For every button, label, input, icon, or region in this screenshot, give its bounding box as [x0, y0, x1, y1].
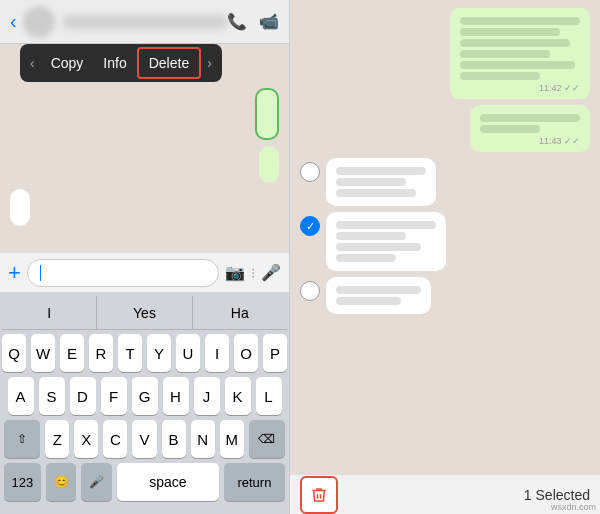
emoji-key[interactable]: 😊 [46, 463, 77, 501]
delete-key[interactable]: ⌫ [249, 420, 285, 458]
key-f[interactable]: F [101, 377, 127, 415]
key-t[interactable]: T [118, 334, 142, 372]
info-button[interactable]: Info [93, 49, 136, 77]
key-m[interactable]: M [220, 420, 244, 458]
keyboard-row-3: ⇧ Z X C V B N M ⌫ [4, 420, 285, 458]
watermark: wsxdn.com [551, 502, 596, 512]
key-i[interactable]: I [205, 334, 229, 372]
context-menu: ‹ Copy Info Delete › [20, 44, 222, 82]
selected-message [255, 88, 279, 140]
key-w[interactable]: W [31, 334, 55, 372]
camera-button[interactable]: 📷 [225, 263, 245, 282]
dot-dot: ⁝ [251, 265, 255, 281]
message-row: 11:43 ✓✓ [300, 105, 590, 152]
avatar [23, 6, 55, 38]
select-circle-checked[interactable] [300, 216, 320, 236]
mic-key[interactable]: 🎤 [81, 463, 112, 501]
key-q[interactable]: Q [2, 334, 26, 372]
selected-count: 1 Selected [524, 487, 590, 503]
message-bubble [259, 146, 279, 183]
delete-button[interactable]: Delete [137, 47, 201, 79]
key-h[interactable]: H [163, 377, 189, 415]
chat-header: ‹ 📞 📹 [0, 0, 289, 44]
keyboard-suggestions: I Yes Ha [2, 296, 287, 330]
chat-messages-right: 11:42 ✓✓ 11:43 ✓✓ [290, 0, 600, 474]
key-e[interactable]: E [60, 334, 84, 372]
select-circle[interactable] [300, 281, 320, 301]
key-o[interactable]: O [234, 334, 258, 372]
right-panel: 11:42 ✓✓ 11:43 ✓✓ [290, 0, 600, 514]
copy-button[interactable]: Copy [41, 49, 94, 77]
input-bar: + 📷 ⁝ 🎤 [0, 252, 289, 292]
keyboard-row-1: Q W E R T Y U I O P [4, 334, 285, 372]
trash-icon [310, 486, 328, 504]
suggestion-ha[interactable]: Ha [193, 296, 287, 329]
key-a[interactable]: A [8, 377, 34, 415]
message-bubble-received-selected [326, 212, 446, 271]
message-row-selected [300, 212, 590, 271]
timestamp: 11:42 ✓✓ [460, 83, 580, 93]
suggestion-i[interactable]: I [2, 296, 97, 329]
attach-button[interactable]: + [8, 260, 21, 286]
context-menu-arrow-right[interactable]: › [201, 55, 218, 71]
space-key[interactable]: space [117, 463, 219, 501]
timestamp: 11:43 ✓✓ [480, 136, 580, 146]
cursor [40, 265, 41, 281]
shift-key[interactable]: ⇧ [4, 420, 40, 458]
contact-name [63, 16, 227, 28]
key-x[interactable]: X [74, 420, 98, 458]
context-menu-arrow-left[interactable]: ‹ [24, 55, 41, 71]
key-v[interactable]: V [132, 420, 156, 458]
keyboard-rows: Q W E R T Y U I O P A S D F G H [2, 330, 287, 510]
call-icon[interactable]: 📞 [227, 12, 247, 31]
key-d[interactable]: D [70, 377, 96, 415]
message-bubble-received [10, 189, 30, 226]
delete-message-button[interactable] [300, 476, 338, 514]
key-u[interactable]: U [176, 334, 200, 372]
key-g[interactable]: G [132, 377, 158, 415]
key-r[interactable]: R [89, 334, 113, 372]
key-z[interactable]: Z [45, 420, 69, 458]
message-input[interactable] [27, 259, 219, 287]
back-button[interactable]: ‹ [10, 10, 17, 33]
keyboard-row-4: 123 😊 🎤 space return [4, 463, 285, 501]
key-y[interactable]: Y [147, 334, 171, 372]
key-s[interactable]: S [39, 377, 65, 415]
mic-button[interactable]: 🎤 [261, 263, 281, 282]
select-circle[interactable] [300, 162, 320, 182]
key-k[interactable]: K [225, 377, 251, 415]
message-bubble-sent: 11:43 ✓✓ [470, 105, 590, 152]
key-p[interactable]: P [263, 334, 287, 372]
video-icon[interactable]: 📹 [259, 12, 279, 31]
message-row-selectable [300, 277, 590, 314]
message-row: 11:42 ✓✓ [300, 8, 590, 99]
key-l[interactable]: L [256, 377, 282, 415]
keyboard: I Yes Ha Q W E R T Y U I [0, 292, 289, 514]
keyboard-row-2: A S D F G H J K L [4, 377, 285, 415]
key-j[interactable]: J [194, 377, 220, 415]
message-bubble-received [326, 158, 436, 206]
suggestion-yes[interactable]: Yes [97, 296, 192, 329]
chat-header-icons: 📞 📹 [227, 12, 279, 31]
key-b[interactable]: B [162, 420, 186, 458]
return-key[interactable]: return [224, 463, 285, 501]
message-bubble-sent: 11:42 ✓✓ [450, 8, 590, 99]
key-c[interactable]: C [103, 420, 127, 458]
message-bubble-received [326, 277, 431, 314]
key-n[interactable]: N [191, 420, 215, 458]
message-row-selectable [300, 158, 590, 206]
number-key[interactable]: 123 [4, 463, 41, 501]
